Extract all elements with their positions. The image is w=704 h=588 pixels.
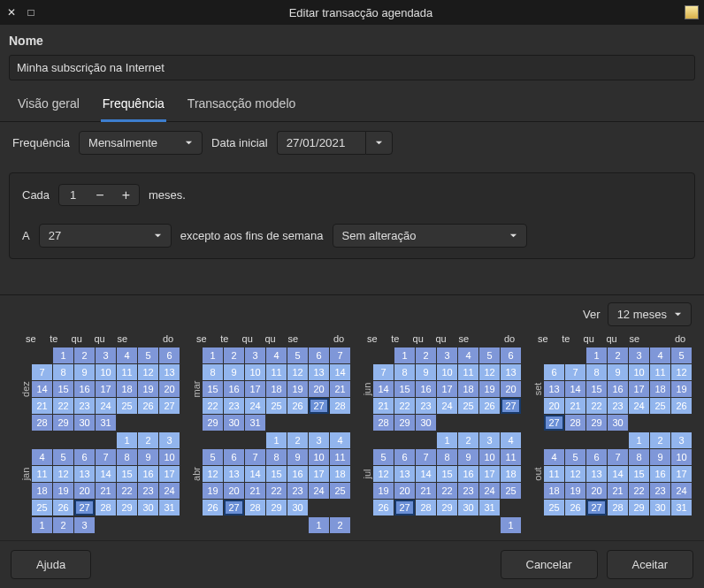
cancelar-button[interactable]: Cancelar — [501, 550, 598, 579]
calendar-day: 29 — [437, 500, 457, 515]
calendar-day: 31 — [96, 415, 116, 431]
calendar-day: 30 — [650, 500, 670, 515]
calendar-day: 27 — [309, 398, 329, 414]
calendar-day: 23 — [287, 483, 308, 499]
frequencia-value: Mensalmente — [88, 136, 157, 149]
weekend-rule-select[interactable]: Sem alteração — [333, 224, 527, 248]
calendar-day: 28 — [245, 500, 265, 515]
calendar-day: 1 — [394, 347, 415, 363]
weekday-header: te — [42, 332, 65, 346]
calendar-day: 22 — [53, 398, 73, 414]
view-range-select[interactable]: 12 meses — [608, 302, 692, 326]
calendar-day: 24 — [309, 483, 329, 499]
cada-label: Cada — [22, 188, 50, 202]
calendar-day: 29 — [117, 500, 137, 515]
month-label: dez — [20, 381, 31, 397]
calendar-day: 19 — [671, 381, 692, 397]
weekday-header: qu — [236, 332, 259, 346]
calendar-day: 30 — [74, 415, 95, 431]
calendar-day: 1 — [117, 432, 137, 448]
calendar-day: 17 — [437, 381, 457, 397]
calendar-day: 2 — [224, 347, 244, 363]
minus-button[interactable]: − — [87, 186, 112, 205]
calendar-day: 12 — [138, 364, 158, 380]
calendar-day: 19 — [203, 483, 223, 499]
calendar-day: 1 — [309, 517, 329, 533]
plus-button[interactable]: + — [113, 186, 139, 205]
calendar-day: 6 — [309, 347, 329, 363]
dia-select[interactable]: 27 — [39, 224, 172, 248]
cada-stepper[interactable]: 1 − + — [58, 184, 140, 206]
calendar-day: 8 — [437, 449, 457, 465]
tab-transaccao-modelo[interactable]: Transacção modelo — [186, 89, 297, 121]
calendar-day: 2 — [416, 347, 436, 363]
calendar-day: 1 — [437, 432, 457, 448]
calendar-day: 10 — [479, 449, 500, 465]
calendar-day: 8 — [586, 364, 607, 380]
calendar-day: 31 — [245, 415, 265, 431]
calendar-day: 5 — [373, 449, 394, 465]
calendar-day: 11 — [266, 364, 287, 380]
tab-visao-geral[interactable]: Visão geral — [16, 89, 81, 121]
calendar-day: 19 — [53, 483, 73, 499]
calendar-day: 9 — [287, 449, 308, 465]
calendar-preview: seteququsedodez1234567891011121314151617… — [0, 332, 704, 542]
calendar-day: 16 — [287, 466, 308, 482]
maximize-icon[interactable]: □ — [25, 6, 37, 19]
calendar-day: 22 — [586, 398, 607, 414]
calendar-day: 8 — [629, 449, 649, 465]
month-label: jul — [362, 469, 372, 478]
calendar-day: 17 — [629, 381, 649, 397]
calendar-day: 4 — [330, 432, 350, 448]
calendar-day: 8 — [117, 449, 137, 465]
frequencia-label: Frequência — [12, 136, 70, 149]
frequencia-select[interactable]: Mensalmente — [79, 131, 203, 155]
calendar-day: 18 — [330, 466, 350, 482]
calendar-day: 3 — [629, 347, 649, 363]
month-label: jan — [20, 468, 31, 481]
weekday-header — [304, 332, 327, 346]
calendar-day: 30 — [138, 500, 158, 515]
calendar-day: 5 — [287, 347, 308, 363]
calendar-day: 12 — [671, 364, 692, 380]
calendar-day: 5 — [479, 347, 500, 363]
calendar-day: 28 — [96, 500, 116, 515]
calendar-day: 6 — [544, 364, 564, 380]
calendar-day: 18 — [544, 483, 564, 499]
calendar-month: 1234567891011121314151617181920212223242… — [544, 432, 692, 515]
tabs: Visão geral Frequência Transacção modelo — [0, 89, 704, 122]
calendar-day: 16 — [74, 381, 95, 397]
weekday-header: do — [327, 332, 350, 346]
calendar-day: 25 — [650, 398, 670, 414]
aceitar-button[interactable]: Aceitar — [607, 550, 693, 579]
calendar-day: 26 — [203, 500, 223, 515]
calendar-day: 7 — [565, 364, 585, 380]
calendar-day: 15 — [437, 466, 457, 482]
calendar-day: 22 — [117, 483, 137, 499]
calendar-day: 25 — [32, 500, 52, 515]
calendar-day: 1 — [266, 432, 287, 448]
calendar-day: 23 — [74, 398, 95, 414]
weekday-header: qu — [407, 332, 430, 346]
ajuda-button[interactable]: Ajuda — [11, 550, 91, 579]
excepto-label: excepto aos fins de semana — [180, 229, 324, 242]
calendar-day: 24 — [245, 398, 265, 414]
app-icon — [685, 5, 699, 19]
calendar-day: 4 — [117, 347, 137, 363]
tab-frequencia[interactable]: Frequência — [101, 89, 166, 122]
close-icon[interactable]: ✕ — [5, 6, 18, 19]
calendar-day: 16 — [224, 381, 244, 397]
calendar-day: 3 — [479, 432, 500, 448]
calendar-day: 22 — [266, 483, 287, 499]
month-label: mar — [191, 381, 202, 398]
calendar-day: 20 — [501, 381, 521, 397]
data-inicial-picker[interactable] — [365, 131, 393, 155]
calendar-day: 11 — [650, 364, 670, 380]
calendar-day: 16 — [416, 381, 436, 397]
calendar-day: 25 — [330, 483, 350, 499]
data-inicial-input[interactable] — [277, 131, 365, 155]
nome-input[interactable] — [9, 55, 695, 80]
calendar-day: 2 — [287, 432, 308, 448]
calendar-day: 6 — [501, 347, 521, 363]
calendar-month: 123 — [32, 517, 180, 533]
